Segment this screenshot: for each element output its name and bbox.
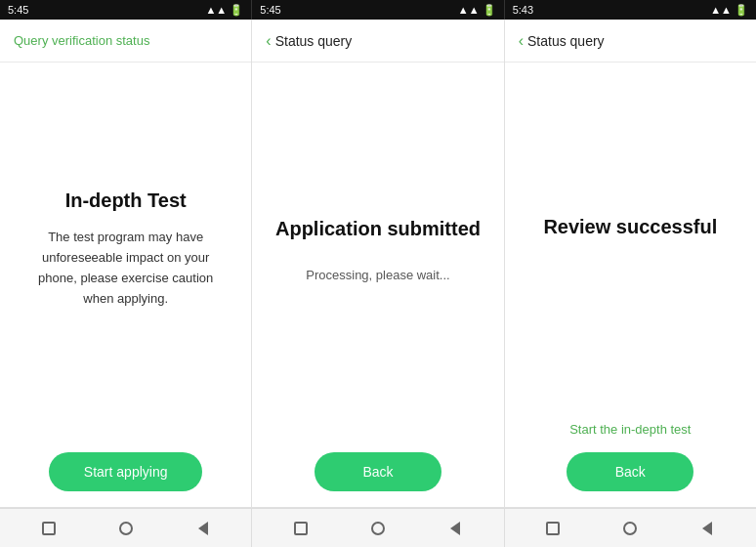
- back-arrow-icon2: ‹: [519, 32, 524, 50]
- panel3-footer: Start the in-depth test Back: [505, 406, 756, 507]
- status-bar-panel1: 5:45 ▲▲ 🔋: [0, 0, 252, 20]
- back-button-panel3[interactable]: Back: [567, 452, 693, 491]
- status-bar: 5:45 ▲▲ 🔋 5:45 ▲▲ 🔋 5:43 ▲▲ 🔋: [0, 0, 756, 20]
- panel1-description: The test program may have unforeseeable …: [28, 228, 224, 309]
- status-bar-panel3: 5:43 ▲▲ 🔋: [505, 0, 756, 20]
- status-bar-panel2: 5:45 ▲▲ 🔋: [252, 0, 504, 20]
- panel3-header-title: Status query: [527, 33, 605, 49]
- nav-circle-icon1[interactable]: [116, 519, 136, 538]
- panel1-header: Query verification status: [0, 20, 251, 63]
- panel1-content: In-depth Test The test program may have …: [0, 63, 251, 437]
- panel3-content: Review successful: [505, 63, 756, 406]
- panel2-footer: Back: [252, 437, 503, 507]
- back-button-panel2[interactable]: Back: [315, 452, 441, 491]
- nav-square-icon3[interactable]: [543, 519, 563, 538]
- start-indepth-link[interactable]: Start the in-depth test: [569, 422, 691, 437]
- panel-application-submitted: ‹ Status query Application submitted Pro…: [252, 20, 504, 507]
- nav-back-icon2[interactable]: [445, 519, 465, 538]
- nav-back-icon1[interactable]: [193, 519, 213, 538]
- panel3-title: Review successful: [543, 216, 717, 238]
- panel1-title: In-depth Test: [65, 189, 187, 212]
- time-panel2: 5:45: [260, 4, 280, 16]
- nav-circle-icon3[interactable]: [620, 519, 640, 538]
- panel2-content: Application submitted Processing, please…: [252, 63, 503, 437]
- time-panel1: 5:45: [8, 4, 28, 16]
- panel2-header-title: Status query: [275, 33, 353, 49]
- panel-review-successful: ‹ Status query Review successful Start t…: [505, 20, 756, 507]
- nav-back-icon3[interactable]: [697, 519, 717, 538]
- back-arrow-icon: ‹: [266, 32, 271, 50]
- panel2-title: Application submitted: [275, 218, 481, 240]
- icons-panel3: ▲▲ 🔋: [710, 4, 748, 17]
- bottom-nav-section3: [505, 509, 756, 547]
- bottom-nav-section1: [0, 509, 252, 547]
- nav-square-icon1[interactable]: [39, 519, 59, 538]
- panel2-header: ‹ Status query: [252, 20, 503, 63]
- panel-indepth-test: Query verification status In-depth Test …: [0, 20, 252, 507]
- bottom-nav-section2: [252, 509, 504, 547]
- panel2-subtext: Processing, please wait...: [306, 268, 449, 282]
- panels-container: Query verification status In-depth Test …: [0, 20, 756, 508]
- query-verification-link[interactable]: Query verification status: [14, 33, 149, 48]
- nav-square-icon2[interactable]: [291, 519, 311, 538]
- icons-panel2: ▲▲ 🔋: [458, 4, 496, 17]
- bottom-nav: [0, 508, 756, 547]
- start-applying-button[interactable]: Start applying: [49, 452, 203, 491]
- time-panel3: 5:43: [513, 4, 533, 16]
- icons-panel1: ▲▲ 🔋: [205, 4, 243, 17]
- panel1-footer: Start applying: [0, 437, 251, 507]
- panel3-header: ‹ Status query: [505, 20, 756, 63]
- nav-circle-icon2[interactable]: [368, 519, 388, 538]
